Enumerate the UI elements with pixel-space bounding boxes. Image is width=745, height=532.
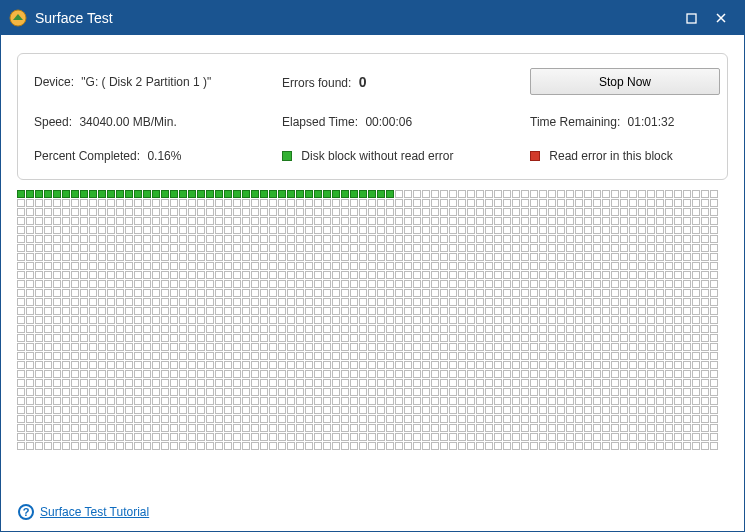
disk-block [107,190,115,198]
disk-block [224,199,232,207]
disk-block [512,361,520,369]
disk-block [17,235,25,243]
disk-block [368,199,376,207]
disk-block [215,262,223,270]
disk-block [350,298,358,306]
disk-block [485,298,493,306]
disk-block [656,289,664,297]
disk-block [116,343,124,351]
disk-block [80,424,88,432]
disk-block [395,244,403,252]
disk-block [251,433,259,441]
disk-block [161,199,169,207]
disk-block [359,262,367,270]
disk-block [440,307,448,315]
disk-block [251,226,259,234]
disk-block [386,343,394,351]
disk-block [134,208,142,216]
elapsed-label: Elapsed Time: [282,115,358,129]
disk-block [206,325,214,333]
disk-block [197,442,205,450]
help-icon[interactable]: ? [18,504,34,520]
disk-block [80,352,88,360]
disk-block [188,424,196,432]
disk-block [548,226,556,234]
disk-block [53,388,61,396]
disk-block [548,316,556,324]
disk-block [341,316,349,324]
disk-block [467,208,475,216]
disk-block [215,199,223,207]
disk-block [647,361,655,369]
disk-block [143,388,151,396]
disk-block [557,244,565,252]
disk-block [575,415,583,423]
disk-block [692,343,700,351]
disk-block [152,289,160,297]
disk-block [467,433,475,441]
disk-block [377,289,385,297]
disk-block [314,316,322,324]
disk-block [386,388,394,396]
disk-block [206,370,214,378]
disk-block [260,298,268,306]
disk-block [179,406,187,414]
disk-block [53,406,61,414]
disk-block [431,208,439,216]
disk-block [674,325,682,333]
disk-block [512,415,520,423]
disk-block [602,442,610,450]
disk-block [53,397,61,405]
disk-block [305,406,313,414]
disk-block [224,334,232,342]
disk-block [476,370,484,378]
close-button[interactable] [706,6,736,30]
disk-block [521,289,529,297]
disk-block [449,208,457,216]
disk-block [512,280,520,288]
disk-block [692,190,700,198]
disk-block [575,262,583,270]
disk-block [341,226,349,234]
disk-block [449,244,457,252]
disk-block [476,244,484,252]
disk-block [332,217,340,225]
disk-block [494,370,502,378]
disk-block [575,352,583,360]
disk-block [125,289,133,297]
disk-block [26,244,34,252]
disk-block [296,334,304,342]
disk-block [251,316,259,324]
disk-block [152,361,160,369]
disk-block [638,388,646,396]
disk-block [566,235,574,243]
disk-block [593,397,601,405]
disk-block [332,262,340,270]
disk-block [548,235,556,243]
disk-block [296,370,304,378]
disk-block [305,226,313,234]
disk-block [71,325,79,333]
disk-block [224,325,232,333]
disk-block [638,379,646,387]
disk-block [431,415,439,423]
stop-now-button[interactable]: Stop Now [530,68,720,95]
tutorial-link[interactable]: Surface Test Tutorial [40,505,149,519]
disk-block [143,352,151,360]
disk-block [485,262,493,270]
disk-block [485,388,493,396]
disk-block [431,316,439,324]
disk-block [215,307,223,315]
disk-block [494,316,502,324]
disk-block [323,334,331,342]
disk-block [260,343,268,351]
maximize-button[interactable] [676,6,706,30]
disk-block [98,208,106,216]
disk-block [413,298,421,306]
disk-block [233,424,241,432]
disk-block [152,307,160,315]
disk-block [89,217,97,225]
disk-block [467,244,475,252]
disk-block [404,343,412,351]
disk-block [449,325,457,333]
